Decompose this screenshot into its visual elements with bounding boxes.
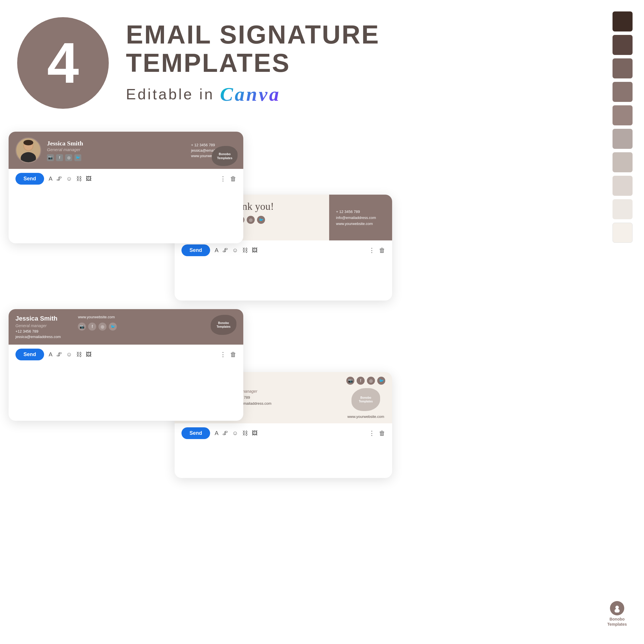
toolbar-icons-4: A 🖇 ☺ ⛓ 🖼: [215, 430, 258, 436]
swatch-3: [613, 58, 633, 78]
image-icon-3[interactable]: 🖼: [86, 351, 92, 358]
twitter-icon-3: 🐦: [109, 323, 117, 331]
image-icon-4[interactable]: 🖼: [252, 430, 258, 436]
number-circle: 4: [17, 17, 109, 109]
whatsapp-icon-1: ◎: [65, 154, 72, 161]
delete-icon-1[interactable]: 🗑: [230, 175, 236, 183]
facebook-icon-4: f: [357, 377, 365, 385]
send-button-4[interactable]: Send: [181, 427, 210, 439]
swatch-5: [613, 105, 633, 125]
main-title: EMAIL SIGNATURE TEMPLATES: [126, 21, 380, 77]
avatar-1: [15, 137, 41, 163]
email-card-1: Jessica Smith General manager 📷 f ◎ 🐦 + …: [9, 132, 243, 243]
watermark-icon: [610, 601, 624, 615]
sig3-right: www.yourwebsite.com 📷 f ◎ 🐦: [78, 315, 193, 331]
delete-icon-2[interactable]: 🗑: [379, 247, 385, 254]
whatsapp-icon-3: ◎: [98, 323, 106, 331]
header-section: 4 EMAIL SIGNATURE TEMPLATES Editable in …: [17, 17, 380, 109]
toolbar-right-2: ⋮ 🗑: [369, 247, 385, 254]
whatsapp-icon-2: ◎: [247, 216, 255, 224]
sig3-blob-area: BonoboTemplates: [211, 315, 236, 335]
brand-blob-3: BonoboTemplates: [211, 315, 236, 335]
font-icon-3[interactable]: A: [49, 351, 52, 358]
send-button-3[interactable]: Send: [15, 349, 44, 360]
cards-container: Jessica Smith General manager 📷 f ◎ 🐦 + …: [9, 132, 633, 618]
toolbar-right-3: ⋮ 🗑: [220, 351, 236, 358]
instagram-icon-3: 📷: [78, 323, 86, 331]
bonobo-svg: [613, 604, 621, 613]
link-icon-2[interactable]: ⛓: [242, 247, 248, 254]
canva-logo: Canva: [220, 83, 280, 106]
delete-icon-4[interactable]: 🗑: [379, 430, 385, 437]
email-card-3: Jessica Smith General manager +12 3456 7…: [9, 309, 243, 421]
attach-icon-3[interactable]: 🖇: [56, 351, 62, 358]
font-icon-2[interactable]: A: [215, 247, 218, 254]
delete-icon-3[interactable]: 🗑: [230, 351, 236, 358]
twitter-icon-2: 🐦: [257, 216, 265, 224]
svg-point-10: [615, 609, 620, 613]
header-text: EMAIL SIGNATURE TEMPLATES Editable in Ca…: [126, 21, 380, 106]
toolbar-icons-2: A 🖇 ☺ ⛓ 🖼: [215, 247, 258, 254]
signature-template-3: Jessica Smith General manager +12 3456 7…: [9, 309, 243, 345]
image-icon-2[interactable]: 🖼: [252, 247, 258, 254]
toolbar-icons-1: A 🖇 ☺ ⛓ 🖼: [49, 175, 92, 182]
signature-template-1: Jessica Smith General manager 📷 f ◎ 🐦 + …: [9, 132, 243, 169]
canva-line: Editable in Canva: [126, 83, 380, 106]
swatch-2: [613, 35, 633, 55]
whatsapp-icon-4: ◎: [367, 377, 375, 385]
attach-icon-4[interactable]: 🖇: [222, 430, 228, 436]
card-toolbar-2: Send A 🖇 ☺ ⛓ 🖼 ⋮ 🗑: [175, 240, 392, 260]
font-icon-4[interactable]: A: [215, 430, 218, 436]
facebook-icon-1: f: [56, 154, 63, 161]
sig4-website: www.yourwebsite.com: [347, 414, 384, 419]
sig-title-1: General manager: [47, 147, 185, 152]
emoji-icon-2[interactable]: ☺: [232, 247, 238, 254]
sig3-name: Jessica Smith: [15, 315, 61, 322]
attach-icon-2[interactable]: 🖇: [222, 247, 228, 254]
link-icon-1[interactable]: ⛓: [76, 175, 82, 182]
font-icon-1[interactable]: A: [49, 175, 52, 182]
template-count: 4: [47, 34, 79, 92]
card-toolbar-3: Send A 🖇 ☺ ⛓ 🖼 ⋮ 🗑: [9, 345, 243, 364]
attach-icon-1[interactable]: 🖇: [56, 175, 62, 182]
emoji-icon-1[interactable]: ☺: [66, 175, 72, 182]
svg-point-1: [21, 152, 36, 162]
sig2-right: + 12 3456 789 info@emailaddress.com www.…: [329, 195, 392, 240]
sig-name-1: Jessica Smith: [47, 140, 185, 147]
watermark: BonoboTemplates: [607, 601, 627, 627]
twitter-icon-1: 🐦: [74, 154, 81, 161]
sig3-info: Jessica Smith General manager +12 3456 7…: [15, 315, 61, 339]
swatch-1: [613, 11, 633, 31]
sig-name-area-1: Jessica Smith General manager 📷 f ◎ 🐦: [47, 140, 185, 161]
more-icon-1[interactable]: ⋮: [220, 175, 226, 183]
image-icon-1[interactable]: 🖼: [86, 175, 92, 182]
more-icon-3[interactable]: ⋮: [220, 351, 226, 358]
person-svg-1: [16, 137, 40, 162]
emoji-icon-3[interactable]: ☺: [66, 351, 72, 358]
toolbar-right-4: ⋮ 🗑: [369, 430, 385, 437]
twitter-icon-4: 🐦: [377, 377, 385, 385]
sig3-social: 📷 f ◎ 🐦: [78, 323, 193, 331]
more-icon-4[interactable]: ⋮: [369, 430, 375, 437]
svg-point-3: [23, 140, 33, 145]
sig-social-1: 📷 f ◎ 🐦: [47, 154, 185, 161]
card-toolbar-4: Send A 🖇 ☺ ⛓ 🖼 ⋮ 🗑: [175, 423, 392, 443]
instagram-icon-1: 📷: [47, 154, 54, 161]
svg-point-9: [615, 606, 619, 609]
swatch-4: [613, 82, 633, 102]
toolbar-icons-3: A 🖇 ☺ ⛓ 🖼: [49, 351, 92, 358]
card-toolbar-1: Send A 🖇 ☺ ⛓ 🖼 ⋮ 🗑: [9, 169, 243, 189]
more-icon-2[interactable]: ⋮: [369, 247, 375, 254]
sig3-jobtitle: General manager: [15, 323, 61, 328]
instagram-icon-4: 📷: [346, 377, 354, 385]
facebook-icon-3: f: [88, 323, 96, 331]
toolbar-right-1: ⋮ 🗑: [220, 175, 236, 183]
send-button-2[interactable]: Send: [181, 244, 210, 256]
brand-blob-4: BonoboTemplates: [351, 388, 380, 411]
sig4-social: 📷 f ◎ 🐦: [346, 377, 385, 385]
emoji-icon-4[interactable]: ☺: [232, 430, 238, 436]
sig4-right: 📷 f ◎ 🐦 BonoboTemplates www.yourwebsite.…: [339, 372, 392, 423]
link-icon-4[interactable]: ⛓: [242, 430, 248, 436]
send-button-1[interactable]: Send: [15, 173, 44, 185]
link-icon-3[interactable]: ⛓: [76, 351, 82, 358]
